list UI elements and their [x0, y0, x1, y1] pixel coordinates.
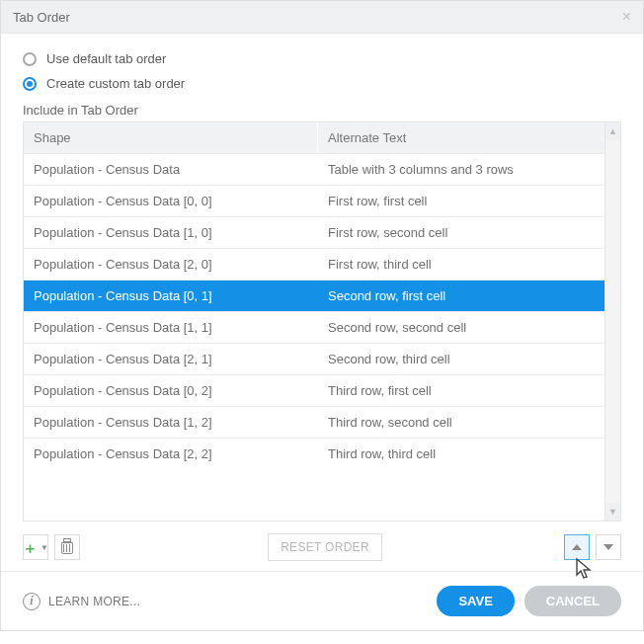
header-shape[interactable]: Shape — [24, 122, 318, 153]
info-icon: i — [23, 593, 40, 610]
cell-alt: Third row, third cell — [318, 439, 604, 469]
learn-more-link[interactable]: LEARN MORE... — [48, 595, 140, 608]
cell-shape: Population - Census Data [1, 1] — [24, 312, 318, 343]
table-row[interactable]: Population - Census Data [0, 0]First row… — [24, 185, 604, 216]
cell-shape: Population - Census Data [2, 0] — [24, 249, 318, 280]
cell-shape: Population - Census Data [0, 2] — [24, 375, 318, 406]
save-button[interactable]: SAVE — [437, 586, 514, 616]
move-down-button[interactable] — [596, 534, 621, 560]
cell-shape: Population - Census Data [2, 1] — [24, 344, 318, 374]
table-row[interactable]: Population - Census Data [2, 1]Second ro… — [24, 343, 604, 374]
toolbar: ＋ ▼ RESET ORDER — [23, 533, 621, 561]
table-row[interactable]: Population - Census Data [2, 0]First row… — [24, 248, 604, 280]
cell-shape: Population - Census Data [1, 2] — [24, 407, 318, 438]
dialog-title: Tab Order — [13, 10, 70, 25]
table-row[interactable]: Population - Census Data [0, 1]Second ro… — [24, 280, 604, 311]
table-row[interactable]: Population - Census Data [1, 2]Third row… — [24, 406, 604, 438]
radio-custom-label: Create custom tab order — [46, 76, 185, 91]
dialog-footer: i LEARN MORE... SAVE CANCEL — [1, 571, 643, 630]
cell-alt: Table with 3 columns and 3 rows — [318, 154, 604, 185]
delete-button[interactable] — [54, 534, 80, 560]
cell-shape: Population - Census Data — [24, 154, 318, 185]
table-row[interactable]: Population - Census Data [1, 1]Second ro… — [24, 311, 604, 343]
cell-alt: First row, third cell — [318, 249, 604, 280]
titlebar: Tab Order × — [1, 1, 643, 34]
radio-icon — [23, 52, 37, 66]
cell-alt: Second row, second cell — [318, 312, 604, 343]
radio-icon-selected — [23, 77, 37, 91]
plus-icon: ＋ — [23, 540, 38, 555]
move-up-button[interactable] — [564, 534, 590, 560]
tab-order-dialog: Tab Order × Use default tab order Create… — [0, 0, 644, 631]
table-row[interactable]: Population - Census DataTable with 3 col… — [24, 153, 604, 185]
trash-icon — [61, 540, 73, 554]
table-header: Shape Alternate Text — [24, 122, 604, 153]
table-row[interactable]: Population - Census Data [2, 2]Third row… — [24, 438, 604, 469]
header-alt[interactable]: Alternate Text — [318, 122, 604, 153]
add-button[interactable]: ＋ ▼ — [23, 534, 48, 560]
table-body: Population - Census DataTable with 3 col… — [24, 153, 604, 469]
tab-order-table-wrap: Shape Alternate Text Population - Census… — [23, 121, 621, 522]
scroll-up-icon[interactable]: ▲ — [605, 122, 620, 140]
reset-order-button[interactable]: RESET ORDER — [268, 533, 382, 561]
arrow-up-icon — [572, 544, 582, 550]
cell-shape: Population - Census Data [2, 2] — [24, 439, 318, 469]
chevron-down-icon: ▼ — [40, 543, 48, 552]
scrollbar[interactable]: ▲ ▼ — [605, 121, 621, 522]
cell-alt: First row, first cell — [318, 186, 604, 216]
cell-alt: First row, second cell — [318, 217, 604, 248]
cell-shape: Population - Census Data [1, 0] — [24, 217, 318, 248]
cell-alt: Third row, first cell — [318, 375, 604, 406]
include-label: Include in Tab Order — [23, 103, 621, 118]
close-icon[interactable]: × — [622, 9, 631, 25]
radio-custom-tab-order[interactable]: Create custom tab order — [23, 76, 621, 91]
cell-alt: Second row, third cell — [318, 344, 604, 374]
cell-shape: Population - Census Data [0, 0] — [24, 186, 318, 216]
radio-default-tab-order[interactable]: Use default tab order — [23, 51, 621, 66]
scroll-track[interactable] — [605, 140, 620, 503]
table-empty-space — [24, 469, 604, 521]
table-row[interactable]: Population - Census Data [1, 0]First row… — [24, 216, 604, 248]
cell-shape: Population - Census Data [0, 1] — [24, 281, 318, 311]
radio-default-label: Use default tab order — [46, 51, 166, 66]
cancel-button[interactable]: CANCEL — [524, 586, 621, 616]
arrow-down-icon — [604, 544, 613, 550]
cell-alt: Second row, first cell — [318, 281, 604, 311]
cell-alt: Third row, second cell — [318, 407, 604, 438]
table-row[interactable]: Population - Census Data [0, 2]Third row… — [24, 374, 604, 406]
tab-order-table: Shape Alternate Text Population - Census… — [23, 121, 605, 522]
scroll-down-icon[interactable]: ▼ — [605, 503, 620, 521]
